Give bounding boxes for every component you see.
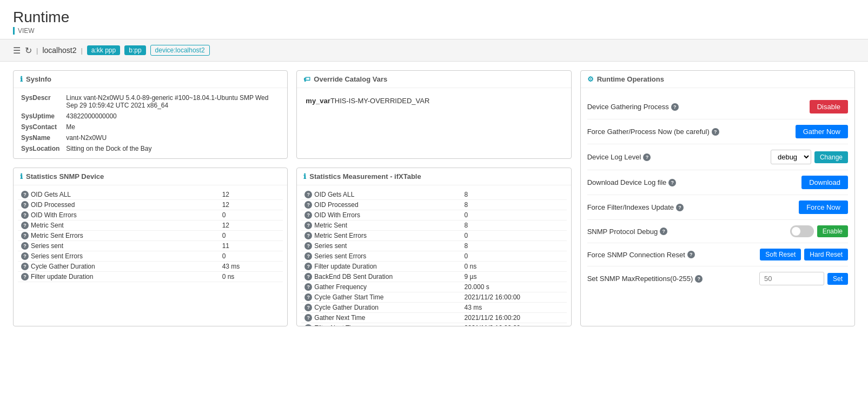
stats-row: ?Series sent Errors0 [301, 251, 566, 262]
stats-label: ?Metric Sent Errors [301, 231, 458, 240]
tag-a[interactable]: a:kk ppp [87, 45, 120, 55]
op-label-snmp-reset: Force SNMP Connection Reset ? [587, 251, 695, 259]
sysinfo-value: 43822000000000 [63, 111, 283, 122]
maxrep-input[interactable] [759, 272, 824, 285]
help-icon: ? [304, 273, 312, 280]
stats-value: 0 ns [216, 272, 283, 282]
stats-value: 8 [458, 241, 567, 251]
log-level-select[interactable]: debuginfowarnerror [771, 150, 811, 164]
stats-value: 12 [216, 190, 283, 200]
op-row-log-level: Device Log Level ?debuginfowarnerrorChan… [587, 144, 848, 170]
stats-label: ?Gather Next Time [301, 313, 458, 323]
help-icon: ? [21, 232, 29, 239]
help-icon: ? [21, 201, 29, 209]
stats-row: ?OID Gets ALL12 [18, 190, 283, 200]
runtime-ops-card: ⚙ Runtime Operations Device Gathering Pr… [580, 70, 855, 326]
stats-row: ?Filter update Duration0 ns [18, 272, 283, 282]
sysinfo-row: SysNamevant-N2x0WU [18, 132, 283, 143]
tag-device[interactable]: device:localhost2 [150, 45, 210, 56]
toolbar: ☰ ↻ | localhost2 | a:kk ppp b:pp device:… [0, 39, 868, 62]
set-button[interactable]: Set [827, 273, 848, 285]
op-controls-snmp-maxrep: Set [759, 272, 848, 285]
disable-button[interactable]: Disable [810, 100, 848, 113]
sysinfo-key: SysLocation [18, 143, 63, 154]
stats-row: ?Metric Sent Errors0 [301, 231, 566, 241]
stats-label: ?Metric Sent Errors [18, 231, 216, 240]
help-icon: ? [304, 304, 312, 311]
help-icon: ? [304, 242, 312, 250]
stats-measurement-title: Statistics Measurement - ifXTable [309, 172, 421, 181]
info-icon: ℹ [20, 75, 23, 83]
refresh-icon[interactable]: ↻ [25, 45, 32, 56]
stats-snmp-card: ℹ Statistics SNMP Device ?OID Gets ALL12… [13, 168, 288, 326]
download-log-button[interactable]: Download [801, 176, 848, 189]
stats-row: ?Gather Frequency20.000 s [301, 282, 566, 292]
stats-row: ?Filter Next Time2021/11/2 16:00:20 [301, 323, 566, 326]
runtime-ops-title: Runtime Operations [597, 75, 664, 83]
help-icon: ? [304, 283, 312, 291]
override-title: Override Catalog Vars [314, 75, 387, 83]
stats-row: ?OID With Errors0 [18, 210, 283, 220]
stats-value: 0 [216, 210, 283, 220]
stats-value: 0 ns [458, 262, 567, 272]
help-icon: ? [304, 211, 312, 219]
force-filter-button[interactable]: Force Now [799, 201, 848, 214]
stats-row: ?Metric Sent12 [18, 220, 283, 231]
stats-label: ?OID Gets ALL [301, 190, 458, 199]
sysinfo-row: SysLocationSitting on the Dock of the Ba… [18, 143, 283, 154]
help-icon: ? [687, 251, 695, 258]
stats-label: ?Series sent Errors [301, 251, 458, 261]
force-gather-button[interactable]: Gather Now [796, 125, 848, 138]
help-icon: ? [21, 242, 29, 250]
help-icon: ? [671, 103, 679, 111]
override-text: my_varTHIS-IS-MY-OVERRIDED_VAR [301, 92, 566, 109]
help-icon: ? [304, 263, 312, 270]
stats-value: 0 [458, 231, 567, 241]
stats-measurement-table: ?OID Gets ALL8?OID Processed8?OID With E… [301, 190, 566, 326]
menu-icon[interactable]: ☰ [13, 45, 21, 56]
change-button[interactable]: Change [814, 151, 848, 163]
runtime-ops-body: Device Gathering Process ?DisableForce G… [581, 88, 854, 297]
help-icon: ? [668, 179, 676, 186]
help-icon: ? [304, 293, 312, 301]
tag-b[interactable]: b:pp [124, 45, 145, 55]
sysinfo-value: Sitting on the Dock of the Bay [63, 143, 283, 154]
stats-label: ?Cycle Gather Duration [301, 303, 458, 312]
op-label-device-gathering: Device Gathering Process ? [587, 103, 679, 111]
op-row-snmp-reset: Force SNMP Connection Reset ?Soft ResetH… [587, 243, 848, 266]
op-controls-force-gather: Gather Now [796, 125, 848, 138]
op-label-snmp-debug: SNMP Protocol Debug ? [587, 228, 668, 236]
op-label-log-level: Device Log Level ? [587, 153, 651, 161]
stats-label: ?Cycle Gather Duration [18, 262, 216, 271]
sysinfo-value: vant-N2x0WU [63, 132, 283, 143]
stats-label: ?OID With Errors [301, 210, 458, 220]
tag-icon: 🏷 [303, 75, 310, 83]
help-icon: ? [304, 314, 312, 322]
toolbar-host: localhost2 [42, 46, 76, 55]
stats-label: ?Metric Sent [18, 220, 216, 230]
override-var-name: my_var [306, 97, 330, 105]
stats-row: ?OID Processed12 [18, 200, 283, 210]
op-label-force-gather: Force Gather/Process Now (be careful) ? [587, 128, 719, 136]
help-icon: ? [304, 324, 312, 326]
op-row-force-filter: Force Filter/Indexes Update ?Force Now [587, 195, 848, 220]
stats-measurement-body: ?OID Gets ALL8?OID Processed8?OID With E… [297, 185, 571, 326]
stats-row: ?Cycle Gather Duration43 ms [18, 262, 283, 272]
sysinfo-card: ℹ SysInfo SysDescrLinux vant-N2x0WU 5.4.… [13, 70, 288, 159]
sysinfo-row: SysUptime43822000000000 [18, 111, 283, 122]
stats-icon-snmp: ℹ [20, 172, 23, 181]
stats-value: 43 ms [216, 262, 283, 272]
snmp-debug-toggle[interactable] [790, 225, 814, 237]
help-icon: ? [643, 153, 651, 161]
enable-button[interactable]: Enable [817, 225, 848, 237]
sysinfo-key: SysName [18, 132, 63, 143]
override-body: my_varTHIS-IS-MY-OVERRIDED_VAR [297, 88, 571, 113]
stats-snmp-title: Statistics SNMP Device [26, 172, 104, 181]
stats-label: ?OID Processed [18, 200, 216, 210]
help-icon: ? [21, 222, 29, 229]
op-controls-snmp-reset: Soft ResetHard Reset [760, 249, 848, 260]
stats-value: 8 [458, 220, 567, 231]
stats-value: 12 [216, 220, 283, 231]
hard-reset-button[interactable]: Hard Reset [804, 249, 848, 260]
soft-reset-button[interactable]: Soft Reset [760, 249, 801, 260]
